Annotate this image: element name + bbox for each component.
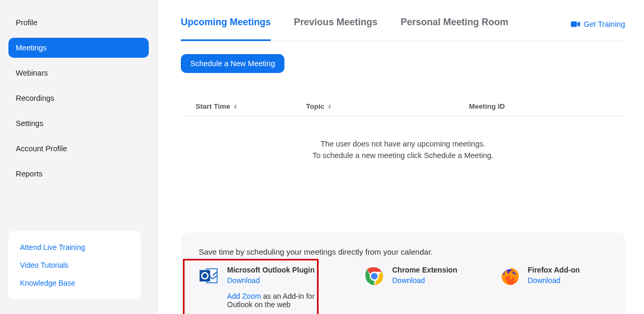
empty-state: The user does not have any upcoming meet… <box>181 138 625 161</box>
chrome-title: Chrome Extension <box>392 266 457 274</box>
help-link-live-training[interactable]: Attend Live Training <box>16 238 134 256</box>
column-meeting-id-label: Meeting ID <box>469 102 505 110</box>
column-start-time-label: Start Time <box>196 102 230 110</box>
sidebar-nav: Profile Meetings Webinars Recordings Set… <box>8 13 149 189</box>
get-training-link[interactable]: Get Training <box>571 20 625 38</box>
column-topic-label: Topic <box>306 102 324 110</box>
plugin-row: Microsoft Outlook Plugin Download Add Zo… <box>199 266 607 309</box>
help-card: Attend Live Training Video Tutorials Kno… <box>8 231 141 299</box>
sidebar-item-account-profile[interactable]: Account Profile <box>8 139 149 159</box>
sidebar-item-settings[interactable]: Settings <box>8 113 149 133</box>
help-link-video-tutorials[interactable]: Video Tutorials <box>16 256 134 274</box>
outlook-icon <box>199 266 220 287</box>
column-topic[interactable]: Topic ▲▼ <box>306 102 469 110</box>
svg-rect-0 <box>571 22 577 27</box>
plugin-firefox: Firefox Add-on Download <box>499 266 580 309</box>
plugin-chrome: Chrome Extension Download <box>364 266 457 309</box>
meetings-table-header: Start Time ▲▼ Topic ▲▼ Meeting ID <box>181 102 625 116</box>
plugin-outlook: Microsoft Outlook Plugin Download Add Zo… <box>199 266 322 309</box>
firefox-download-link[interactable]: Download <box>528 276 560 285</box>
sidebar-item-recordings[interactable]: Recordings <box>8 88 149 108</box>
calendar-promo: Save time by scheduling your meetings di… <box>181 233 625 314</box>
firefox-title: Firefox Add-on <box>528 266 580 274</box>
add-zoom-link[interactable]: Add Zoom <box>227 292 261 300</box>
empty-line-2: To schedule a new meeting click Schedule… <box>181 150 625 161</box>
sidebar-item-webinars[interactable]: Webinars <box>8 63 149 83</box>
video-camera-icon <box>571 20 580 28</box>
empty-line-1: The user does not have any upcoming meet… <box>181 138 625 150</box>
column-start-time[interactable]: Start Time ▲▼ <box>196 102 306 110</box>
sidebar-item-meetings[interactable]: Meetings <box>8 38 149 58</box>
sort-icon: ▲▼ <box>328 104 332 109</box>
outlook-title: Microsoft Outlook Plugin <box>227 266 322 274</box>
main-content: Upcoming Meetings Previous Meetings Pers… <box>158 0 644 314</box>
chrome-icon <box>364 266 385 287</box>
firefox-icon <box>499 266 520 287</box>
get-training-label: Get Training <box>584 20 625 28</box>
sidebar-item-reports[interactable]: Reports <box>8 164 149 184</box>
help-link-knowledge-base[interactable]: Knowledge Base <box>16 274 134 292</box>
tab-previous[interactable]: Previous Meetings <box>294 17 377 41</box>
promo-heading: Save time by scheduling your meetings di… <box>199 247 607 256</box>
sidebar-item-profile[interactable]: Profile <box>8 13 149 33</box>
column-meeting-id: Meeting ID <box>469 102 625 110</box>
outlook-addin-text: Add Zoom as an Add-in for Outlook on the… <box>227 292 322 309</box>
tabs-bar: Upcoming Meetings Previous Meetings Pers… <box>181 0 625 41</box>
chrome-download-link[interactable]: Download <box>392 276 425 285</box>
outlook-download-link[interactable]: Download <box>227 276 260 285</box>
sidebar: Profile Meetings Webinars Recordings Set… <box>0 0 158 314</box>
sort-icon: ▲▼ <box>233 104 238 109</box>
tab-upcoming[interactable]: Upcoming Meetings <box>181 17 271 41</box>
tab-personal-meeting-room[interactable]: Personal Meeting Room <box>401 17 508 41</box>
schedule-new-meeting-button[interactable]: Schedule a New Meeting <box>181 54 284 73</box>
